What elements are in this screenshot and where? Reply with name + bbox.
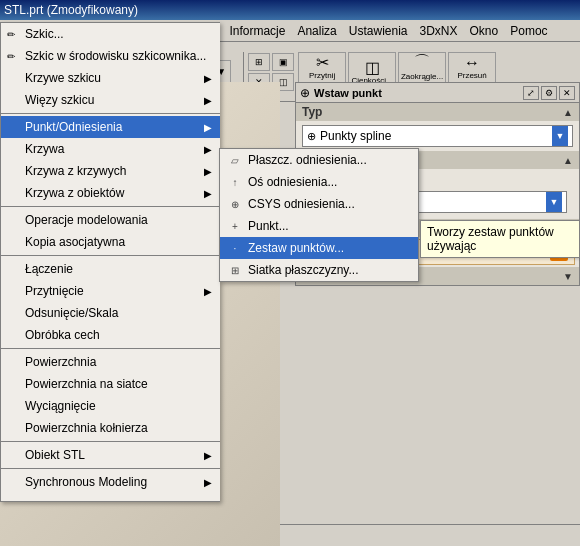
round-icon: ⌒ (414, 52, 430, 73)
podtyp-dropdown-arrow[interactable]: ▼ (546, 192, 562, 212)
arrow-icon: ▶ (204, 73, 212, 84)
menu-krzywe-szkicu[interactable]: Krzywe szkicu ▶ (1, 67, 220, 89)
arrow-icon: ▶ (204, 144, 212, 155)
sub-menu-zestaw-punktow[interactable]: · Zestaw punktów... (220, 237, 418, 259)
thin-icon: ◫ (365, 58, 380, 77)
sub-dropdown-punkt-odniesienia: ▱ Płaszcz. odniesienia... ↑ Oś odniesien… (219, 148, 419, 282)
menu-obiekt-stl[interactable]: Obiekt STL ▶ (1, 444, 220, 469)
title-text: STL.prt (Zmodyfikowany) (4, 3, 138, 17)
collapse-podtyp-icon: ▲ (563, 155, 573, 166)
sub-menu-siatka[interactable]: ⊞ Siatka płaszczyzny... (220, 259, 418, 281)
panel-close-btn[interactable]: ✕ (559, 86, 575, 100)
panel-settings-btn[interactable]: ⚙ (541, 86, 557, 100)
panel-controls: ⤢ ⚙ ✕ (523, 86, 575, 100)
arrow-icon: ▶ (204, 166, 212, 177)
typ-value: Punkty spline (320, 129, 391, 143)
collapse-typ-icon: ▲ (563, 107, 573, 118)
menu-powierzchnia-kolnierza[interactable]: Powierzchnia kołnierza (1, 417, 220, 442)
sub-menu-plaszcz[interactable]: ▱ Płaszcz. odniesienia... (220, 149, 418, 171)
point-icon: + (226, 218, 244, 234)
menu-odsunięcie[interactable]: Odsunięcie/Skala (1, 302, 220, 324)
menu-item-pomoc[interactable]: Pomoc (504, 22, 553, 40)
spline-icon: ⊕ (307, 130, 316, 143)
csys-icon: ⊕ (226, 196, 244, 212)
menu-operacje-modelowania[interactable]: Operacje modelowania (1, 209, 220, 231)
menu-powierzchnia[interactable]: Powierzchnia (1, 351, 220, 373)
menu-krzywa[interactable]: Krzywa ▶ (1, 138, 220, 160)
scissors-icon: ✂ (316, 53, 329, 72)
menu-wiazy-szkicu[interactable]: Więzy szkicu ▶ (1, 89, 220, 114)
tooltip-text: Tworzy zestaw punktów używając (427, 225, 554, 253)
pencil-icon: ✏ (7, 29, 15, 40)
menu-szkic[interactable]: ✏ Szkic... (1, 23, 220, 45)
menu-item-analiza[interactable]: Analiza (291, 22, 342, 40)
toolbar-btn-1[interactable]: ⊞ (248, 53, 270, 71)
menu-obrobka[interactable]: Obróbka cech (1, 324, 220, 349)
pointset-icon: · (226, 240, 244, 256)
grid-icon: ⊞ (226, 262, 244, 278)
section-header-typ[interactable]: Typ ▲ (296, 103, 579, 121)
sub-menu-csys[interactable]: ⊕ CSYS odniesienia... (220, 193, 418, 215)
axis-icon: ↑ (226, 174, 244, 190)
sub-menu-punkt[interactable]: + Punkt... (220, 215, 418, 237)
menu-kopia-asocjatywna[interactable]: Kopia asocjatywna (1, 231, 220, 256)
menu-item-informacje[interactable]: Informacje (223, 22, 291, 40)
collapse-ustawienia-icon: ▼ (563, 271, 573, 282)
toolbar-btn-2[interactable]: ▣ (272, 53, 294, 71)
typ-dropdown-arrow[interactable]: ▼ (552, 126, 568, 146)
menu-item-3dxnx[interactable]: 3DxNX (414, 22, 464, 40)
menu-szkic-srodowisko[interactable]: ✏ Szkic w środowisku szkicownika... (1, 45, 220, 67)
sub-menu-os[interactable]: ↑ Oś odniesienia... (220, 171, 418, 193)
menu-krzywa-z-krzywych[interactable]: Krzywa z krzywych ▶ (1, 160, 220, 182)
move-icon: ↔ (464, 54, 480, 72)
plane-icon: ▱ (226, 152, 244, 168)
panel-restore-btn[interactable]: ⤢ (523, 86, 539, 100)
menu-wyciagniecie[interactable]: Wyciągnięcie (1, 395, 220, 417)
menu-krzywa-z-obiektow[interactable]: Krzywa z obiektów ▶ (1, 182, 220, 207)
typ-dropdown[interactable]: ⊕ Punkty spline ▼ (302, 125, 573, 147)
menu-synchronous-modeling[interactable]: Synchronous Modeling ▶ (1, 471, 220, 493)
arrow-icon: ▶ (204, 188, 212, 199)
arrow-right-icon: ▶ (204, 122, 212, 133)
pencil2-icon: ✏ (7, 51, 15, 62)
main-dropdown-menu: ✏ Szkic... ✏ Szkic w środowisku szkicown… (0, 22, 220, 502)
menu-przytnięcie[interactable]: Przytnięcie ▶ (1, 280, 220, 302)
menu-punkt-odniesienia[interactable]: Punkt/Odniesienia ▶ (1, 116, 220, 138)
panel-icon: ⊕ (300, 86, 310, 100)
arrow-icon: ▶ (204, 286, 212, 297)
arrow-icon: ▶ (204, 450, 212, 461)
tooltip: Tworzy zestaw punktów używając (420, 220, 580, 258)
panel-title: Wstaw punkt (314, 87, 382, 99)
typ-label: Typ (302, 105, 322, 119)
menu-item-ustawienia[interactable]: Ustawienia (343, 22, 414, 40)
panel-title-bar: ⊕ Wstaw punkt ⤢ ⚙ ✕ (296, 83, 579, 103)
arrow-icon: ▶ (204, 95, 212, 106)
menu-powierzchnia-na-siatce[interactable]: Powierzchnia na siatce (1, 373, 220, 395)
wstaw-dropdown: ✏ Szkic... ✏ Szkic w środowisku szkicown… (0, 22, 220, 502)
arrow-icon: ▶ (204, 477, 212, 488)
menu-laczenie[interactable]: Łączenie (1, 258, 220, 280)
typ-content: ⊕ Punkty spline ▼ (296, 121, 579, 151)
menu-item-okno[interactable]: Okno (464, 22, 505, 40)
title-bar: STL.prt (Zmodyfikowany) (0, 0, 580, 20)
